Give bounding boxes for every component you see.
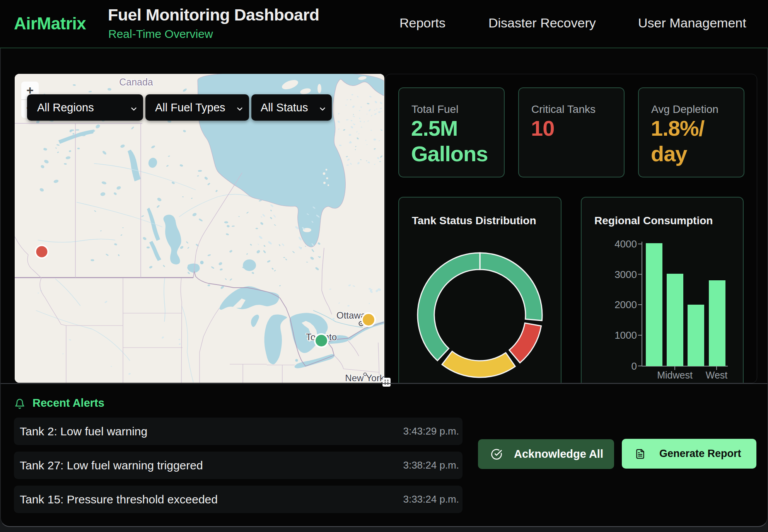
svg-text:1000: 1000: [614, 329, 637, 341]
svg-text:3000: 3000: [614, 269, 637, 280]
svg-text:2000: 2000: [614, 299, 637, 310]
svg-text:Midwest: Midwest: [657, 370, 693, 380]
svg-text:0: 0: [631, 360, 637, 372]
svg-text:Canada: Canada: [119, 77, 153, 87]
svg-text:4000: 4000: [614, 238, 637, 250]
svg-text:West: West: [706, 370, 728, 380]
